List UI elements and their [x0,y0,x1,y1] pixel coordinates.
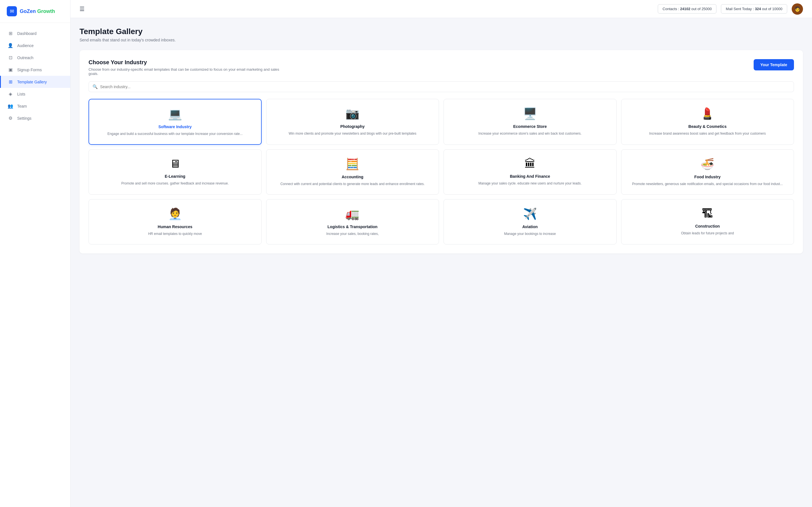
industry-name-aviation: Aviation [522,224,538,229]
industry-card-hr[interactable]: 🧑‍💼 Human Resources HR email templates t… [89,199,262,244]
industry-name-photography: Photography [340,124,364,129]
sidebar-item-audience[interactable]: 👤 Audience [0,40,70,52]
contacts-count: 24102 [680,7,690,11]
industry-icon-food: 🍜 [700,158,714,171]
nav-icon-settings: ⚙ [8,115,13,121]
industry-grid: 💻 Software Industry Engage and build a s… [89,99,794,244]
logo: ✉ GoZen Growth [0,0,70,23]
sidebar: ✉ GoZen Growth ⊞ Dashboard 👤 Audience ⊡ … [0,0,70,507]
nav-icon-signup-forms: ▣ [8,67,13,72]
contacts-badge: Contacts : 24102 out of 25000 [658,4,716,13]
card-header: Choose Your Industry Choose from our ind… [89,59,794,76]
industry-icon-ecommerce: 🖥️ [523,107,537,120]
industry-icon-photography: 📷 [345,107,359,120]
industry-card-elearning[interactable]: 🖥 E-Learning Promote and sell more cours… [89,149,262,194]
industry-desc-construction: Obtain leads for future projects and [681,231,734,236]
industry-desc-food: Promote newsletters, generous sale notif… [632,181,783,186]
industry-card-logistics[interactable]: 🚛 Logistics & Transportation Increase yo… [266,199,439,244]
industry-card-banking[interactable]: 🏛 Banking And Finance Manage your sales … [444,149,617,194]
nav-list: ⊞ Dashboard 👤 Audience ⊡ Outreach ▣ Sign… [0,23,70,507]
nav-label-dashboard: Dashboard [17,31,37,36]
sidebar-item-signup-forms[interactable]: ▣ Signup Forms [0,64,70,76]
search-icon: 🔍 [93,84,98,89]
header-right: Contacts : 24102 out of 25000 Mail Sent … [658,3,803,15]
sidebar-item-outreach[interactable]: ⊡ Outreach [0,52,70,64]
logo-text: GoZen Growth [20,8,55,14]
card-desc: Choose from our industry-specific email … [89,67,280,76]
search-wrap: 🔍 [89,81,794,92]
card-title: Choose Your Industry [89,59,280,66]
industry-card-construction[interactable]: 🏗 Construction Obtain leads for future p… [621,199,794,244]
industry-name-food: Food Industry [695,175,721,179]
industry-desc-logistics: Increase your sales, booking rates, [326,231,378,236]
nav-icon-dashboard: ⊞ [8,31,13,36]
industry-desc-accounting: Connect with current and potential clien… [280,181,424,186]
industry-desc-aviation: Manage your bookings to increase [504,231,556,236]
sidebar-item-dashboard[interactable]: ⊞ Dashboard [0,27,70,40]
nav-label-outreach: Outreach [17,55,34,60]
industry-desc-software: Engage and build a successful business w… [107,131,243,136]
header: ☰ Contacts : 24102 out of 25000 Mail Sen… [70,0,812,18]
industry-icon-elearning: 🖥 [169,158,181,170]
industry-icon-software: 💻 [168,107,182,121]
nav-icon-team: 👥 [8,103,13,109]
industry-card-beauty[interactable]: 💄 Beauty & Cosmetics Increase brand awar… [621,99,794,145]
industry-name-ecommerce: Ecommerce Store [513,124,547,129]
industry-icon-banking: 🏛 [524,158,536,170]
industry-name-logistics: Logistics & Transportation [327,224,377,229]
nav-icon-audience: 👤 [8,43,13,48]
nav-label-signup-forms: Signup Forms [17,68,42,72]
industry-icon-hr: 🧑‍💼 [168,207,182,221]
industry-icon-accounting: 🧮 [345,158,359,171]
industry-desc-elearning: Promote and sell more courses. gather fe… [121,181,229,186]
industry-name-software: Software Industry [158,124,192,129]
sidebar-item-lists[interactable]: ◈ Lists [0,88,70,100]
industry-name-construction: Construction [695,224,720,228]
industry-name-accounting: Accounting [342,175,363,179]
industry-card-container: Choose Your Industry Choose from our ind… [80,50,803,253]
sidebar-item-settings[interactable]: ⚙ Settings [0,112,70,124]
industry-desc-ecommerce: Increase your ecommerce store's sales an… [478,131,581,136]
avatar[interactable]: 🧑 [792,3,803,15]
nav-label-template-gallery: Template Gallery [17,80,47,84]
industry-name-elearning: E-Learning [165,174,185,179]
nav-label-audience: Audience [17,43,34,48]
nav-label-team: Team [17,104,27,108]
industry-icon-construction: 🏗 [702,207,713,220]
main: ☰ Contacts : 24102 out of 25000 Mail Sen… [70,0,812,507]
industry-card-photography[interactable]: 📷 Photography Win more clients and promo… [266,99,439,145]
industry-card-accounting[interactable]: 🧮 Accounting Connect with current and po… [266,149,439,194]
industry-name-banking: Banking And Finance [510,174,550,179]
page-title: Template Gallery [80,27,803,36]
logo-icon: ✉ [7,6,17,16]
nav-label-settings: Settings [17,116,32,121]
industry-icon-beauty: 💄 [700,107,714,120]
nav-label-lists: Lists [17,92,26,96]
mail-badge: Mail Sent Today : 324 out of 10000 [721,4,787,13]
nav-icon-lists: ◈ [8,91,13,97]
industry-desc-beauty: Increase brand awareness boost sales and… [649,131,766,136]
industry-desc-photography: Win more clients and promote your newsle… [289,131,416,136]
header-left: ☰ [80,6,85,12]
nav-icon-template-gallery: ⊞ [8,79,13,84]
industry-card-ecommerce[interactable]: 🖥️ Ecommerce Store Increase your ecommer… [444,99,617,145]
card-header-text: Choose Your Industry Choose from our ind… [89,59,280,76]
industry-desc-hr: HR email templates to quickly move [148,231,202,236]
search-input[interactable] [89,81,794,92]
industry-card-aviation[interactable]: ✈️ Aviation Manage your bookings to incr… [444,199,617,244]
page-subtitle: Send emails that stand out in today's cr… [80,38,803,42]
content: Template Gallery Send emails that stand … [70,18,812,507]
industry-desc-banking: Manage your sales cycle. educate new use… [478,181,581,186]
industry-icon-aviation: ✈️ [523,207,537,221]
industry-name-beauty: Beauty & Cosmetics [689,124,726,129]
sidebar-item-team[interactable]: 👥 Team [0,100,70,112]
your-template-button[interactable]: Your Template [754,59,794,70]
sidebar-item-template-gallery[interactable]: ⊞ Template Gallery [0,76,70,88]
mail-count: 324 [755,7,761,11]
industry-card-food[interactable]: 🍜 Food Industry Promote newsletters, gen… [621,149,794,194]
industry-card-software[interactable]: 💻 Software Industry Engage and build a s… [89,99,262,145]
industry-name-hr: Human Resources [158,224,192,229]
hamburger-menu[interactable]: ☰ [80,6,85,12]
nav-icon-outreach: ⊡ [8,55,13,60]
industry-icon-logistics: 🚛 [345,207,359,221]
